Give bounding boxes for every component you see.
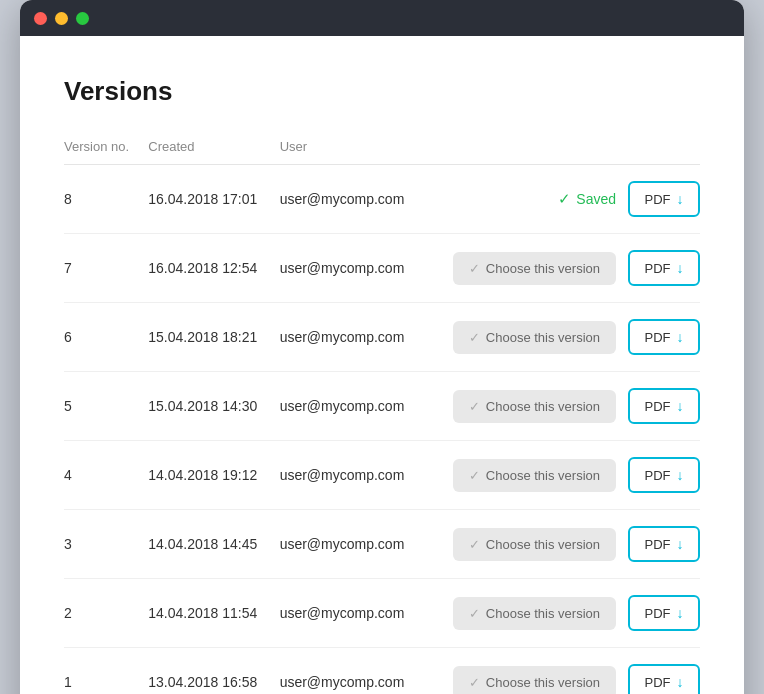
choose-version-button[interactable]: ✓Choose this version [453, 321, 616, 354]
version-created: 15.04.2018 18:21 [148, 303, 279, 372]
version-user: user@mycomp.com [280, 372, 453, 441]
version-number: 4 [64, 441, 148, 510]
version-number: 2 [64, 579, 148, 648]
pdf-download-button[interactable]: PDF↓ [628, 664, 700, 694]
choose-button-label: Choose this version [486, 399, 600, 414]
version-number: 7 [64, 234, 148, 303]
checkmark-icon: ✓ [469, 261, 480, 276]
choose-version-button[interactable]: ✓Choose this version [453, 597, 616, 630]
col-header-user: User [280, 139, 453, 165]
pdf-download-button[interactable]: PDF↓ [628, 181, 700, 217]
version-action-cell: ✓Choose this versionPDF↓ [453, 441, 700, 510]
version-user: user@mycomp.com [280, 648, 453, 695]
table-row: 113.04.2018 16:58user@mycomp.com✓Choose … [64, 648, 700, 695]
col-header-action [453, 139, 700, 165]
version-number: 5 [64, 372, 148, 441]
version-action-cell: ✓Choose this versionPDF↓ [453, 648, 700, 695]
choose-version-button[interactable]: ✓Choose this version [453, 666, 616, 695]
pdf-download-button[interactable]: PDF↓ [628, 457, 700, 493]
version-created: 16.04.2018 12:54 [148, 234, 279, 303]
checkmark-icon: ✓ [469, 399, 480, 414]
version-action-cell: ✓Choose this versionPDF↓ [453, 510, 700, 579]
page-title: Versions [64, 76, 700, 107]
download-icon: ↓ [677, 398, 684, 414]
table-row: 816.04.2018 17:01user@mycomp.comSavedPDF… [64, 165, 700, 234]
version-action-cell: ✓Choose this versionPDF↓ [453, 372, 700, 441]
choose-version-button[interactable]: ✓Choose this version [453, 252, 616, 285]
pdf-label: PDF [645, 399, 671, 414]
titlebar [20, 0, 744, 36]
table-row: 214.04.2018 11:54user@mycomp.com✓Choose … [64, 579, 700, 648]
download-icon: ↓ [677, 674, 684, 690]
checkmark-icon: ✓ [469, 468, 480, 483]
version-created: 15.04.2018 14:30 [148, 372, 279, 441]
download-icon: ↓ [677, 329, 684, 345]
version-user: user@mycomp.com [280, 234, 453, 303]
version-user: user@mycomp.com [280, 441, 453, 510]
pdf-download-button[interactable]: PDF↓ [628, 388, 700, 424]
version-created: 16.04.2018 17:01 [148, 165, 279, 234]
version-number: 8 [64, 165, 148, 234]
download-icon: ↓ [677, 191, 684, 207]
pdf-download-button[interactable]: PDF↓ [628, 319, 700, 355]
version-user: user@mycomp.com [280, 510, 453, 579]
choose-button-label: Choose this version [486, 537, 600, 552]
choose-version-button[interactable]: ✓Choose this version [453, 459, 616, 492]
maximize-button[interactable] [76, 12, 89, 25]
choose-button-label: Choose this version [486, 261, 600, 276]
pdf-download-button[interactable]: PDF↓ [628, 595, 700, 631]
col-header-version: Version no. [64, 139, 148, 165]
version-number: 1 [64, 648, 148, 695]
choose-button-label: Choose this version [486, 468, 600, 483]
choose-version-button[interactable]: ✓Choose this version [453, 528, 616, 561]
table-header-row: Version no. Created User [64, 139, 700, 165]
pdf-label: PDF [645, 468, 671, 483]
version-created: 13.04.2018 16:58 [148, 648, 279, 695]
pdf-label: PDF [645, 330, 671, 345]
pdf-label: PDF [645, 606, 671, 621]
pdf-label: PDF [645, 192, 671, 207]
version-action-cell: SavedPDF↓ [453, 165, 700, 234]
download-icon: ↓ [677, 605, 684, 621]
version-number: 3 [64, 510, 148, 579]
checkmark-icon: ✓ [469, 606, 480, 621]
checkmark-icon: ✓ [469, 537, 480, 552]
version-created: 14.04.2018 14:45 [148, 510, 279, 579]
choose-button-label: Choose this version [486, 675, 600, 690]
version-number: 6 [64, 303, 148, 372]
col-header-created: Created [148, 139, 279, 165]
pdf-download-button[interactable]: PDF↓ [628, 526, 700, 562]
choose-version-button[interactable]: ✓Choose this version [453, 390, 616, 423]
version-user: user@mycomp.com [280, 303, 453, 372]
table-row: 414.04.2018 19:12user@mycomp.com✓Choose … [64, 441, 700, 510]
download-icon: ↓ [677, 260, 684, 276]
table-row: 314.04.2018 14:45user@mycomp.com✓Choose … [64, 510, 700, 579]
version-action-cell: ✓Choose this versionPDF↓ [453, 303, 700, 372]
version-created: 14.04.2018 19:12 [148, 441, 279, 510]
main-content: Versions Version no. Created User 816.04… [20, 36, 744, 694]
pdf-download-button[interactable]: PDF↓ [628, 250, 700, 286]
version-action-cell: ✓Choose this versionPDF↓ [453, 579, 700, 648]
table-row: 615.04.2018 18:21user@mycomp.com✓Choose … [64, 303, 700, 372]
version-user: user@mycomp.com [280, 579, 453, 648]
checkmark-icon: ✓ [469, 330, 480, 345]
close-button[interactable] [34, 12, 47, 25]
minimize-button[interactable] [55, 12, 68, 25]
choose-button-label: Choose this version [486, 606, 600, 621]
pdf-label: PDF [645, 537, 671, 552]
choose-button-label: Choose this version [486, 330, 600, 345]
version-created: 14.04.2018 11:54 [148, 579, 279, 648]
checkmark-icon: ✓ [469, 675, 480, 690]
app-window: Versions Version no. Created User 816.04… [20, 0, 744, 694]
download-icon: ↓ [677, 467, 684, 483]
version-action-cell: ✓Choose this versionPDF↓ [453, 234, 700, 303]
download-icon: ↓ [677, 536, 684, 552]
table-row: 515.04.2018 14:30user@mycomp.com✓Choose … [64, 372, 700, 441]
versions-table: Version no. Created User 816.04.2018 17:… [64, 139, 700, 694]
table-row: 716.04.2018 12:54user@mycomp.com✓Choose … [64, 234, 700, 303]
pdf-label: PDF [645, 261, 671, 276]
saved-status: Saved [558, 190, 616, 208]
version-user: user@mycomp.com [280, 165, 453, 234]
pdf-label: PDF [645, 675, 671, 690]
